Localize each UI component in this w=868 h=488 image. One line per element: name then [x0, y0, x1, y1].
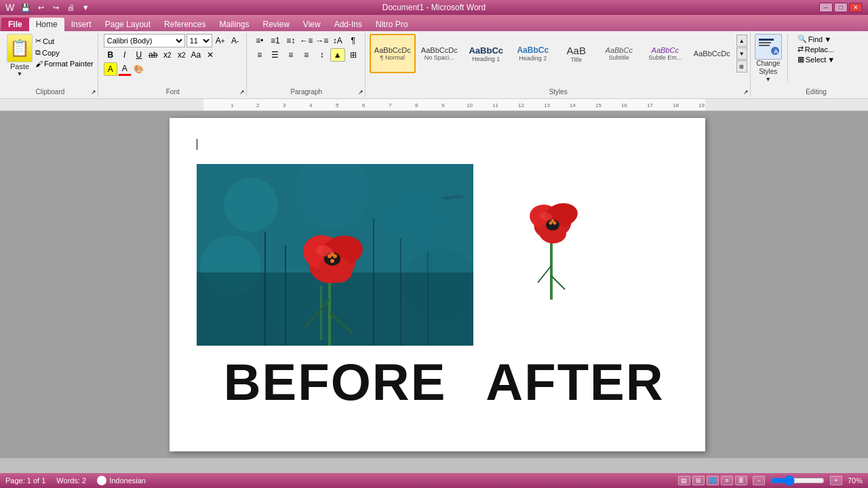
font-family-select[interactable]: Calibri (Body) [104, 34, 185, 47]
style-more[interactable]: AaBbCcDc [689, 34, 735, 73]
line-spacing-button[interactable]: ↕ [315, 48, 330, 62]
bold-button[interactable]: B [104, 48, 117, 62]
document-page[interactable]: BEFORE AFTER [170, 118, 705, 451]
svg-text:10: 10 [467, 102, 473, 108]
clipboard-dialog-launcher[interactable]: ↗ [91, 89, 96, 96]
language-indicator[interactable]: Indonesian [97, 476, 146, 485]
tab-page-layout[interactable]: Page Layout [98, 18, 157, 31]
svg-point-29 [380, 184, 448, 252]
style-title[interactable]: AaB Title [557, 34, 596, 73]
paragraph-group: ≡• ≡1 ≡↕ ←≡ →≡ ↕A ¶ ≡ ☰ ≡ ≡ ↕ ▲ ⊞ Paragr… [248, 33, 366, 97]
find-button[interactable]: 🔍 Find ▼ [795, 34, 837, 44]
before-image[interactable] [197, 164, 473, 346]
zoom-out-button[interactable]: − [753, 476, 765, 485]
change-styles-button[interactable]: A ChangeStyles ▼ [755, 34, 788, 83]
grow-font-button[interactable]: A+ [214, 34, 227, 47]
underline-button[interactable]: U [132, 48, 146, 62]
case-button[interactable]: Aa [189, 48, 203, 62]
full-screen-button[interactable]: ⊞ [692, 476, 705, 485]
document-area: BEFORE AFTER [0, 111, 868, 458]
svg-line-54 [538, 266, 551, 283]
show-marks-button[interactable]: ¶ [346, 34, 361, 47]
qa-undo[interactable]: ↩ [35, 1, 47, 14]
font-color-button[interactable]: A [118, 62, 132, 76]
format-painter-button[interactable]: 🖌 Format Painter [35, 60, 94, 68]
sort-button[interactable]: ↕A [330, 34, 345, 47]
tab-home[interactable]: Home [29, 18, 64, 31]
close-button[interactable]: ✕ [849, 3, 863, 12]
cut-button[interactable]: ✂ Cut [35, 37, 94, 45]
print-layout-button[interactable]: ▤ [678, 476, 690, 485]
paragraph-dialog-launcher[interactable]: ↗ [358, 89, 363, 96]
window-controls[interactable]: ─ □ ✕ [819, 3, 863, 12]
style-heading1[interactable]: AaBbCc Heading 1 [463, 34, 509, 73]
qa-save[interactable]: 💾 [20, 1, 32, 14]
outline-button[interactable]: ≡ [721, 476, 733, 485]
find-dropdown[interactable]: ▼ [824, 35, 831, 43]
shading-button[interactable]: 🎨 [132, 62, 146, 76]
tab-nitro[interactable]: Nitro Pro [369, 18, 414, 31]
change-styles-dropdown[interactable]: ▼ [765, 76, 771, 83]
style-more-text: AaBbCcDc [694, 49, 730, 58]
align-right-button[interactable]: ≡ [283, 48, 298, 62]
select-dropdown[interactable]: ▼ [827, 56, 835, 64]
paste-label: Paste [10, 62, 29, 70]
tab-file[interactable]: File [1, 18, 29, 31]
style-heading2[interactable]: AaBbCc Heading 2 [510, 34, 556, 73]
tab-insert[interactable]: Insert [64, 18, 98, 31]
styles-scroll-down[interactable]: ▼ [736, 47, 747, 60]
align-center-button[interactable]: ☰ [268, 48, 283, 62]
style-heading2-label: Heading 2 [519, 55, 547, 62]
styles-dialog-launcher[interactable]: ↗ [743, 89, 749, 96]
bullets-button[interactable]: ≡• [252, 34, 267, 47]
numbering-button[interactable]: ≡1 [268, 34, 283, 47]
svg-text:14: 14 [570, 102, 576, 108]
styles-scroll-up[interactable]: ▲ [736, 35, 747, 47]
tab-review[interactable]: Review [256, 18, 296, 31]
strikethrough-button[interactable]: ab [146, 48, 160, 62]
replace-button[interactable]: ⇄ Replac... [795, 44, 837, 54]
subscript-button[interactable]: x2 [161, 48, 174, 62]
font-size-select[interactable]: 11 [186, 34, 212, 47]
clear-format-button[interactable]: ✕ [203, 48, 217, 62]
style-subtle-em[interactable]: AaBbCc Subtle Em... [642, 34, 688, 73]
styles-group-label: Styles [367, 88, 750, 96]
web-layout-button[interactable]: 🌐 [707, 476, 719, 485]
before-label-container: BEFORE [197, 352, 473, 411]
tab-addins[interactable]: Add-Ins [328, 18, 369, 31]
superscript-button[interactable]: x2 [175, 48, 189, 62]
qa-redo[interactable]: ↪ [50, 1, 62, 14]
borders-button[interactable]: ⊞ [346, 48, 361, 62]
styles-expand[interactable]: ⊞ [736, 60, 747, 73]
qa-print[interactable]: 🖨 [64, 1, 77, 14]
minimize-button[interactable]: ─ [819, 3, 833, 12]
fill-color-button[interactable]: ▲ [330, 48, 345, 62]
zoom-in-button[interactable]: + [830, 476, 842, 485]
increase-indent-button[interactable]: →≡ [315, 34, 330, 47]
copy-button[interactable]: ⧉ Copy [35, 48, 94, 57]
draft-button[interactable]: ≣ [735, 476, 747, 485]
select-button[interactable]: ▦ Select ▼ [795, 54, 837, 64]
tab-view[interactable]: View [296, 18, 328, 31]
font-dialog-launcher[interactable]: ↗ [239, 89, 245, 96]
text-highlight-button[interactable]: A [104, 62, 117, 76]
style-normal[interactable]: AaBbCcDc ¶ Normal [370, 34, 416, 73]
justify-button[interactable]: ≡ [299, 48, 314, 62]
multilevel-button[interactable]: ≡↕ [283, 34, 298, 47]
style-no-spacing[interactable]: AaBbCcDc No Spaci... [416, 34, 462, 73]
paste-button[interactable]: 📋 Paste ▼ [7, 34, 33, 77]
decrease-indent-button[interactable]: ←≡ [299, 34, 314, 47]
after-image[interactable] [507, 178, 595, 300]
tab-mailings[interactable]: Mailings [212, 18, 256, 31]
window-title: Document1 - Microsoft Word [382, 3, 486, 12]
italic-button[interactable]: I [118, 48, 132, 62]
maximize-button[interactable]: □ [834, 3, 848, 12]
shrink-font-button[interactable]: A- [229, 34, 242, 47]
qa-more[interactable]: ▼ [79, 1, 92, 14]
tab-references[interactable]: References [157, 18, 212, 31]
svg-rect-39 [285, 245, 286, 346]
zoom-slider[interactable] [770, 478, 825, 483]
style-subtitle[interactable]: AaBbCc Subtitle [597, 34, 642, 73]
paste-dropdown[interactable]: ▼ [17, 70, 23, 77]
align-left-button[interactable]: ≡ [252, 48, 267, 62]
